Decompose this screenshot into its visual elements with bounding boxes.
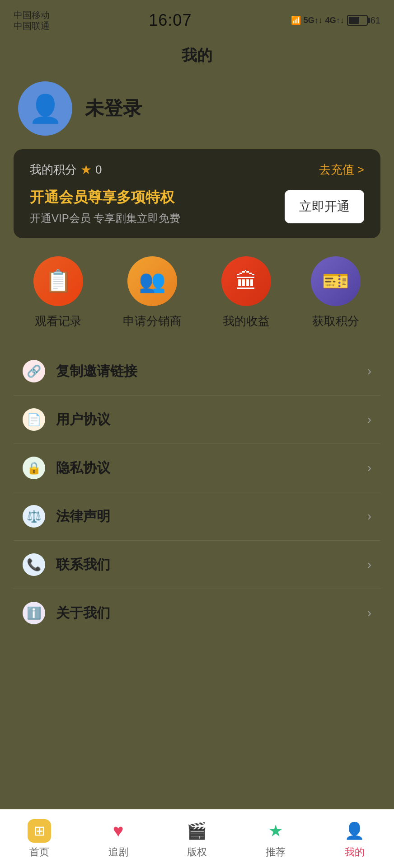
bottom-nav: ⊞ 首页 ♥ 追剧 🎬 版权 ★ 推荐 👤 我的	[0, 809, 394, 868]
points-label: 我的积分 ★ 0	[30, 162, 102, 178]
home-nav-icon: ⊞	[28, 819, 51, 843]
action-get-points[interactable]: 🎫 获取积分	[311, 256, 361, 329]
promo-title: 开通会员尊享多项特权	[30, 188, 180, 208]
signal-4g-icon: 4G↑↓	[325, 16, 344, 25]
profile-section[interactable]: 👤 未登录	[0, 77, 394, 149]
status-time: 16:07	[149, 11, 192, 30]
nav-drama-label: 追剧	[108, 845, 128, 859]
carrier-info: 中国移动 中国联通	[14, 9, 50, 31]
earnings-label: 我的收益	[223, 313, 270, 329]
menu-item-about[interactable]: ℹ️ 关于我们 ›	[14, 589, 380, 637]
privacy-icon: 🔒	[23, 457, 45, 479]
activate-button[interactable]: 立即开通	[285, 190, 364, 223]
legal-chevron: ›	[367, 509, 371, 524]
status-icons: 📶 5G↑↓ 4G↑↓ 61	[291, 15, 380, 26]
battery-percent: 61	[371, 15, 380, 26]
action-apply-distributor[interactable]: 👥 申请分销商	[123, 256, 182, 329]
promo-text: 开通会员尊享多项特权 开通VIP会员 专享剧集立即免费	[30, 188, 180, 226]
points-promo: 开通会员尊享多项特权 开通VIP会员 专享剧集立即免费 立即开通	[30, 188, 364, 226]
menu-item-copy-invite[interactable]: 🔗 复制邀请链接 ›	[14, 347, 380, 396]
signal-5g-icon: 5G↑↓	[304, 16, 323, 25]
privacy-label: 隐私协议	[56, 459, 367, 477]
menu-item-user-agreement[interactable]: 📄 用户协议 ›	[14, 396, 380, 444]
contact-label: 联系我们	[56, 556, 367, 574]
username: 未登录	[85, 96, 142, 121]
legal-label: 法律声明	[56, 507, 367, 526]
nav-recommend-label: 推荐	[266, 845, 286, 859]
user-agreement-chevron: ›	[367, 412, 371, 427]
page-title: 我的	[0, 45, 394, 66]
nav-rights-label: 版权	[187, 845, 207, 859]
promo-subtitle: 开通VIP会员 专享剧集立即免费	[30, 211, 180, 226]
nav-home[interactable]: ⊞ 首页	[19, 815, 60, 863]
points-value: 0	[95, 163, 102, 177]
get-points-icon: 🎫	[311, 256, 361, 306]
nav-home-label: 首页	[29, 845, 49, 859]
copy-invite-label: 复制邀请链接	[56, 362, 367, 381]
contact-icon: 📞	[23, 553, 45, 576]
distributor-icon: 👥	[127, 256, 177, 306]
menu-item-legal[interactable]: ⚖️ 法律声明 ›	[14, 492, 380, 541]
nav-my-label: 我的	[345, 845, 365, 859]
star-icon: ★	[80, 162, 92, 177]
rights-nav-icon: 🎬	[185, 819, 209, 843]
get-points-label: 获取积分	[312, 313, 359, 329]
recommend-nav-icon: ★	[264, 819, 287, 843]
points-top: 我的积分 ★ 0 去充值 >	[30, 162, 364, 178]
user-agreement-label: 用户协议	[56, 410, 367, 429]
quick-actions: 📋 观看记录 👥 申请分销商 🏛 我的收益 🎫 获取积分	[0, 238, 394, 338]
avatar[interactable]: 👤	[18, 81, 72, 136]
menu-item-contact[interactable]: 📞 联系我们 ›	[14, 541, 380, 589]
earnings-icon: 🏛	[221, 256, 271, 306]
nav-drama[interactable]: ♥ 追剧	[98, 815, 139, 863]
action-my-earnings[interactable]: 🏛 我的收益	[221, 256, 271, 329]
watch-history-label: 观看记录	[35, 313, 82, 329]
battery-icon	[347, 15, 368, 26]
action-watch-history[interactable]: 📋 观看记录	[33, 256, 83, 329]
nav-recommend[interactable]: ★ 推荐	[255, 815, 296, 863]
copy-invite-chevron: ›	[367, 364, 371, 378]
status-bar: 中国移动 中国联通 16:07 📶 5G↑↓ 4G↑↓ 61	[0, 0, 394, 36]
recharge-link[interactable]: 去充值 >	[319, 162, 364, 178]
drama-nav-icon: ♥	[107, 819, 130, 843]
points-card: 我的积分 ★ 0 去充值 > 开通会员尊享多项特权 开通VIP会员 专享剧集立即…	[14, 149, 380, 238]
about-chevron: ›	[367, 606, 371, 620]
watch-history-icon: 📋	[33, 256, 83, 306]
menu-item-privacy[interactable]: 🔒 隐私协议 ›	[14, 444, 380, 492]
nav-my[interactable]: 👤 我的	[334, 815, 375, 863]
about-icon: ℹ️	[23, 602, 45, 624]
avatar-icon: 👤	[28, 93, 62, 125]
menu-list: 🔗 复制邀请链接 › 📄 用户协议 › 🔒 隐私协议 › ⚖️ 法律声明 ›	[0, 338, 394, 646]
contact-chevron: ›	[367, 557, 371, 572]
distributor-label: 申请分销商	[123, 313, 182, 329]
wifi-icon: 📶	[291, 15, 301, 25]
page-title-bar: 我的	[0, 36, 394, 77]
my-nav-icon: 👤	[343, 819, 366, 843]
points-text: 我的积分	[30, 162, 77, 178]
user-agreement-icon: 📄	[23, 408, 45, 431]
nav-rights[interactable]: 🎬 版权	[176, 815, 218, 863]
copy-invite-icon: 🔗	[23, 360, 45, 382]
about-label: 关于我们	[56, 604, 367, 623]
privacy-chevron: ›	[367, 461, 371, 475]
legal-icon: ⚖️	[23, 505, 45, 528]
